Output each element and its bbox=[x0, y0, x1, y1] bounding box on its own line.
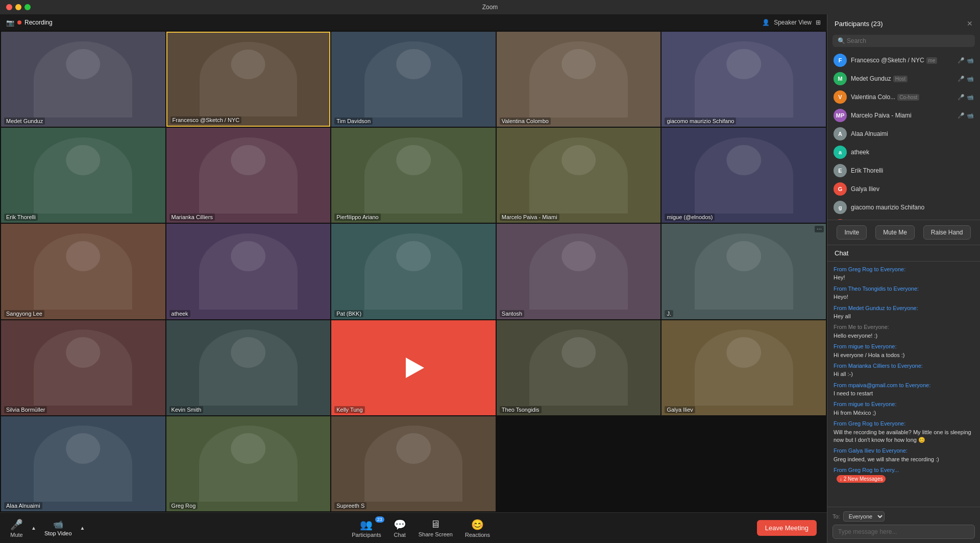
tile-name: Santosh bbox=[500, 310, 524, 317]
participant-item[interactable]: MPMarcelo Paiva - Miami🎤📹 bbox=[827, 106, 980, 125]
message-text: Hello everyone! :) bbox=[834, 333, 877, 339]
video-tile-silvia-bormüller[interactable]: Silvia Bormüller bbox=[1, 320, 165, 415]
message-text: Hey all bbox=[834, 313, 851, 319]
chat-message: From Greg Rog to Everyone:Will the recor… bbox=[834, 420, 974, 444]
leave-meeting-button[interactable]: Leave Meeting bbox=[757, 520, 817, 536]
video-tile-theo-tsongidis[interactable]: Theo Tsongidis bbox=[497, 320, 661, 415]
tile-name: Kelly Tung bbox=[334, 406, 364, 413]
reactions-icon: 😊 bbox=[471, 518, 484, 531]
video-tile-santosh[interactable]: Santosh bbox=[497, 224, 661, 319]
collapse-icon[interactable]: ✕ bbox=[967, 19, 973, 28]
video-tile-marianka-cilliers[interactable]: Marianka Cilliers bbox=[166, 128, 331, 223]
mute-me-button[interactable]: Mute Me bbox=[875, 225, 915, 240]
tile-name: Alaa Alnuaimi bbox=[4, 502, 42, 509]
chat-header: Chat bbox=[827, 245, 980, 262]
message-text: Will the recording be available? My litt… bbox=[834, 429, 971, 443]
reactions-button[interactable]: 😊 Reactions bbox=[465, 518, 490, 538]
chat-panel: Chat From Greg Rog to Everyone:Hey!From … bbox=[827, 245, 980, 543]
video-tile-sangyong-lee[interactable]: Sangyong Lee bbox=[1, 224, 165, 319]
message-from: From migue to Everyone: bbox=[834, 343, 974, 350]
chat-button[interactable]: 💬 Chat bbox=[394, 518, 406, 538]
video-tile-tim-davidson[interactable]: Tim Davidson bbox=[331, 32, 496, 127]
search-input[interactable] bbox=[832, 35, 975, 47]
message-from: From Marianka Cilliers to Everyone: bbox=[834, 362, 974, 370]
expand-icon[interactable]: ⊞ bbox=[816, 19, 821, 26]
view-controls[interactable]: 👤 Speaker View ⊞ bbox=[762, 19, 821, 26]
video-tile-21[interactable]: Greg Rog bbox=[166, 416, 331, 511]
participant-name: Erik Thorelli bbox=[851, 167, 970, 174]
tile-more-icon[interactable]: ⋯ bbox=[815, 226, 824, 232]
video-tile-pat-(bkk)[interactable]: Pat (BKK) bbox=[331, 224, 496, 319]
participant-name: Galya Iliev bbox=[851, 185, 970, 193]
chat-message-input[interactable] bbox=[832, 525, 975, 539]
chat-icon: 💬 bbox=[394, 518, 406, 531]
avatar: g bbox=[834, 201, 847, 214]
tile-name: atheek bbox=[169, 310, 190, 317]
search-wrapper: 🔍 bbox=[832, 35, 975, 47]
chat-message: From migue to Everyone:Hi from México ;) bbox=[834, 400, 974, 417]
participant-item[interactable]: ggiacomo maurizio Schifano bbox=[827, 198, 980, 217]
invite-button[interactable]: Invite bbox=[837, 225, 867, 240]
tile-name: Kevin Smith bbox=[169, 406, 204, 413]
video-tile-pierfilippo-ariano[interactable]: Pierfilippo Ariano bbox=[331, 128, 496, 223]
participant-item[interactable]: EErik Thorelli bbox=[827, 161, 980, 180]
tile-name: Francesco @Sketch / NYC bbox=[170, 116, 242, 124]
participants-header: Participants (23) ✕ bbox=[827, 14, 980, 33]
chat-message: From Galya Iliev to Everyone:Greg indeed… bbox=[834, 447, 974, 463]
participant-item[interactable]: aatheek bbox=[827, 143, 980, 161]
sidebar: Participants (23) ✕ 🔍 FFrancesco @Sketch… bbox=[827, 14, 980, 543]
participant-item[interactable]: GGalya Iliev bbox=[827, 180, 980, 198]
participant-icons: 🎤📹 bbox=[958, 94, 974, 101]
stop-video-button[interactable]: 📹 Stop Video bbox=[44, 520, 72, 536]
search-icon: 🔍 bbox=[838, 37, 845, 44]
minimize-button[interactable] bbox=[15, 4, 21, 10]
raise-hand-button[interactable]: Raise Hand bbox=[923, 225, 971, 240]
video-tile-20[interactable]: Alaa Alnuaimi bbox=[1, 416, 165, 511]
video-tile-kelly-tung[interactable]: Kelly Tung bbox=[331, 320, 496, 415]
video-tile-giacomo-maurizio-schifano[interactable]: giacomo maurizio Schifano bbox=[662, 32, 826, 127]
mic-icon: 🎤 bbox=[958, 76, 965, 82]
mic-chevron[interactable]: ▲ bbox=[31, 525, 36, 531]
tile-name: Supreeth S bbox=[334, 502, 366, 509]
participant-item[interactable]: VValentina Colo...Co-host🎤📹 bbox=[827, 88, 980, 106]
message-text: Heyo! bbox=[834, 294, 848, 300]
chat-to-select[interactable]: Everyone bbox=[843, 511, 885, 522]
message-text: Greg indeed, we will share the recording… bbox=[834, 456, 939, 462]
video-tile-migue-(@elnodos)[interactable]: migue (@elnodos) bbox=[662, 128, 826, 223]
tile-name: Tim Davidson bbox=[334, 117, 373, 125]
participant-badge: me bbox=[926, 57, 938, 64]
video-tile-galya-iliev[interactable]: Galya Iliev bbox=[662, 320, 826, 415]
message-from: From Greg Rog to Everyone: bbox=[834, 420, 974, 428]
participant-item[interactable]: AAlaa Alnuaimi bbox=[827, 125, 980, 143]
video-tile-francesco-@sketch-/-nyc[interactable]: Francesco @Sketch / NYC bbox=[166, 32, 331, 127]
tile-name: J. bbox=[665, 310, 673, 317]
recording-indicator: 📷 Recording bbox=[6, 19, 53, 27]
participant-item[interactable]: MMedet GunduzHost🎤📹 bbox=[827, 69, 980, 88]
view-label: Speaker View bbox=[774, 19, 812, 26]
video-tile-marcelo-paiva---miami[interactable]: Marcelo Paiva - Miami bbox=[497, 128, 661, 223]
video-tile-erik-thorelli[interactable]: Erik Thorelli bbox=[1, 128, 165, 223]
avatar: a bbox=[834, 146, 847, 159]
video-tile-j.[interactable]: J.⋯ bbox=[662, 224, 826, 319]
participants-button[interactable]: 👥 23 Participants bbox=[352, 518, 381, 538]
chat-messages: From Greg Rog to Everyone:Hey!From Theo … bbox=[827, 262, 980, 507]
avatar: MP bbox=[834, 109, 847, 122]
message-from: From Greg Rog to Everyone: bbox=[834, 266, 974, 273]
new-messages-badge[interactable]: ↓ 2 New Messages bbox=[837, 475, 886, 483]
chat-message: From Medet Gunduz to Everyone:Hey all bbox=[834, 304, 974, 321]
share-screen-button[interactable]: 🖥 Share Screen bbox=[419, 518, 453, 537]
video-chevron[interactable]: ▲ bbox=[80, 525, 85, 531]
video-tile-valentina-colombo[interactable]: Valentina Colombo bbox=[497, 32, 661, 127]
maximize-button[interactable] bbox=[24, 4, 31, 10]
video-tile-22[interactable]: Supreeth S bbox=[331, 416, 496, 511]
video-tile-kevin-smith[interactable]: Kevin Smith bbox=[166, 320, 331, 415]
tile-name: Greg Rog bbox=[169, 502, 198, 509]
tile-name: Pat (BKK) bbox=[334, 310, 363, 317]
mute-button[interactable]: 🎤 Mute bbox=[10, 518, 23, 538]
tile-name: Medet Gunduz bbox=[4, 117, 45, 125]
video-tile-medet-gunduz[interactable]: Medet Gunduz bbox=[1, 32, 165, 127]
video-tile-atheek[interactable]: atheek bbox=[166, 224, 331, 319]
participant-item[interactable]: FFrancesco @Sketch / NYCme🎤📹 bbox=[827, 51, 980, 69]
close-button[interactable] bbox=[6, 4, 12, 10]
mic-icon: 🎤 bbox=[958, 57, 965, 64]
